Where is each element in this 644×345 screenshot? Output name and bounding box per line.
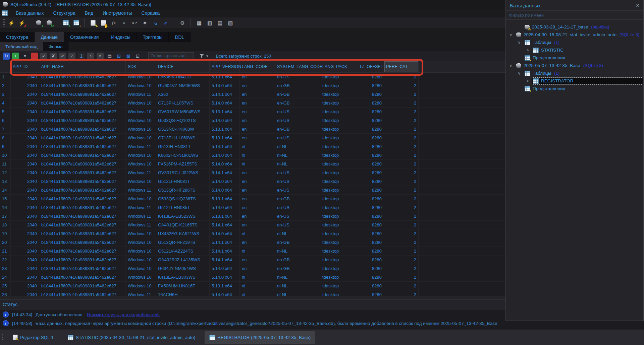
chevron-down-icon[interactable]: ∨ (517, 71, 522, 76)
table-row[interactable]: 182040b18441a1ff607e10a989891a5462e627Wi… (0, 221, 505, 229)
cell-device[interactable]: GA402RJZ-L4135WS (156, 256, 210, 264)
mdi-cascade-icon[interactable]: ▧ (227, 19, 234, 26)
cell-sdk[interactable]: Windows 11 (126, 212, 156, 220)
cell-app_id[interactable]: 2040 (11, 99, 39, 107)
cell-lang_code[interactable]: nl (240, 290, 275, 296)
chevron-down-icon[interactable]: ∨ (508, 32, 513, 37)
cell-app_version[interactable]: 5.14.1 x64 (210, 247, 240, 255)
cell-system_lang_code[interactable]: nl-NL (275, 229, 320, 238)
cell-sdk[interactable]: Windows 10 (126, 81, 156, 90)
cell-system_lang_code[interactable]: en-GB (275, 264, 320, 273)
cell-app_hash[interactable]: b18441a1ff607e10a989891a5462e627 (39, 90, 126, 98)
cell-app_version[interactable]: 5.14.1 x64 (210, 168, 240, 177)
cell-app_hash[interactable]: b18441a1ff607e10a989891a5462e627 (39, 256, 126, 264)
close-icon[interactable]: × (636, 2, 639, 8)
cell-perf_cat[interactable]: 2 (384, 108, 419, 116)
cell-sdk[interactable]: Windows 11 (126, 221, 156, 229)
mdi-grid-icon[interactable]: ▦ (196, 19, 203, 26)
cell-perf_cat[interactable]: 2 (384, 186, 419, 194)
cell-lang_code[interactable]: en (240, 125, 275, 133)
mdi-tile-horizontal-icon[interactable]: ▤ (216, 19, 224, 26)
cell-sdk[interactable]: Windows 11 (126, 142, 156, 151)
row-number[interactable]: 13 (0, 177, 11, 186)
delete-row-icon[interactable]: − (31, 53, 38, 60)
row-number[interactable]: 12 (0, 168, 11, 177)
cell-app_hash[interactable]: b18441a1ff607e10a989891a5462e627 (39, 212, 126, 220)
cell-app_hash[interactable]: b18441a1ff607e10a989891a5462e627 (39, 73, 126, 81)
cell-perf_cat[interactable]: 2 (384, 168, 419, 177)
cell-lang_code[interactable]: en (240, 73, 275, 81)
commit-icon[interactable]: ✓ (40, 53, 47, 60)
cell-tz_offset[interactable]: 8280 (357, 238, 384, 247)
cell-tz_offset[interactable]: 8280 (357, 264, 384, 273)
add-row-icon[interactable]: + (12, 53, 19, 60)
cell-perf_cat[interactable]: 2 (384, 116, 419, 125)
tree-item-таблицы[interactable]: ∨Таблицы(1) (506, 69, 643, 77)
cell-app_id[interactable]: 2040 (11, 116, 39, 125)
cell-system_lang_code[interactable]: nl-NL (275, 247, 320, 255)
cell-tz_offset[interactable]: 8280 (357, 125, 384, 133)
cell-app_hash[interactable]: b18441a1ff607e10a989891a5462e627 (39, 290, 126, 296)
row-number[interactable]: 15 (0, 195, 11, 203)
header-device[interactable]: DEVICE (156, 61, 210, 72)
cell-app_hash[interactable]: b18441a1ff607e10a989891a5462e627 (39, 134, 126, 142)
table-row[interactable]: 232040b18441a1ff607e10a989891a5462e627Wi… (0, 264, 505, 273)
table-row[interactable]: 112040b18441a1ff607e10a989891a5462e627Wi… (0, 160, 505, 168)
first-row-icon[interactable]: « (59, 53, 66, 60)
cell-lang_code[interactable]: en (240, 195, 275, 203)
cell-sdk[interactable]: Windows 10 (126, 264, 156, 273)
cell-system_lang_code[interactable]: en-US (275, 203, 320, 212)
cell-system_lang_code[interactable]: nl-NL (275, 142, 320, 151)
cell-app_id[interactable]: 2040 (11, 160, 39, 168)
row-number[interactable]: 9 (0, 142, 11, 151)
header-tz_offset[interactable]: TZ_OFFSET (357, 61, 384, 72)
cell-sdk[interactable]: Windows 10 (126, 99, 156, 107)
horizontal-scrollbar[interactable] (0, 296, 505, 299)
cell-lang_pack[interactable]: tdesktop (320, 256, 357, 264)
cell-perf_cat[interactable]: 2 (384, 264, 419, 273)
cell-tz_offset[interactable]: 8280 (357, 177, 384, 186)
table-row[interactable]: 162040b18441a1ff607e10a989891a5462e627Wi… (0, 203, 505, 212)
table-row[interactable]: 32040b18441a1ff607e10a989891a5462e627Win… (0, 90, 505, 99)
cell-app_version[interactable]: 5.14.0 x64 (210, 229, 240, 238)
cell-system_lang_code[interactable]: nl-NL (275, 290, 320, 296)
cell-tz_offset[interactable]: 8280 (357, 203, 384, 212)
cell-system_lang_code[interactable]: nl-NL (275, 151, 320, 159)
cell-sdk[interactable]: Windows 10 (126, 151, 156, 159)
table-row[interactable]: 102040b18441a1ff607e10a989891a5462e627Wi… (0, 151, 505, 160)
cell-sdk[interactable]: Windows 11 (126, 290, 156, 296)
cell-system_lang_code[interactable]: en-US (275, 221, 320, 229)
cell-lang_code[interactable]: en (240, 221, 275, 229)
cell-lang_pack[interactable]: tdesktop (320, 221, 357, 229)
cell-lang_pack[interactable]: tdesktop (320, 151, 357, 159)
table-row[interactable]: 22040b18441a1ff607e10a989891a5462e627Win… (0, 81, 505, 90)
cell-device[interactable]: G513QR-HF219TS (156, 238, 210, 247)
cell-lang_code[interactable]: en (240, 186, 275, 194)
cell-tz_offset[interactable]: 8280 (357, 282, 384, 290)
cell-device[interactable]: X360 (156, 90, 210, 98)
cell-tz_offset[interactable]: 8280 (357, 151, 384, 159)
cell-app_version[interactable]: 5.13.1 x64 (210, 195, 240, 203)
bottom-tab[interactable]: REGISTRATOR (2025-05-07_13-42-35_Base) (205, 331, 315, 344)
cell-device[interactable]: UX482EG-KA521WS (156, 229, 210, 238)
tree-item-statistic[interactable]: >STATISTIC (506, 46, 643, 54)
collation-editor-icon[interactable]: a·z (131, 19, 138, 26)
cell-app_id[interactable]: 2040 (11, 273, 39, 281)
filter-table-icon[interactable]: ⊞ (115, 53, 122, 60)
cell-lang_pack[interactable]: tdesktop (320, 108, 357, 116)
cell-tz_offset[interactable]: 8280 (357, 160, 384, 168)
cell-sdk[interactable]: Windows 10 (126, 256, 156, 264)
cell-app_id[interactable]: 2040 (11, 221, 39, 229)
header-app_hash[interactable]: APP_HASH (39, 61, 126, 72)
table-row[interactable]: 62040b18441a1ff607e10a989891a5462e627Win… (0, 116, 505, 125)
row-number[interactable]: 16 (0, 203, 11, 212)
cell-app_version[interactable]: 5.14.0 x64 (210, 116, 240, 125)
cell-system_lang_code[interactable]: en-US (275, 73, 320, 81)
chevron-right-icon[interactable]: > (525, 79, 530, 83)
row-number[interactable]: 1 (0, 73, 11, 81)
menu-item[interactable]: Инструменты (98, 10, 137, 16)
cell-app_hash[interactable]: b18441a1ff607e10a989891a5462e627 (39, 142, 126, 151)
cell-device[interactable]: G512LI-HN081T (156, 177, 210, 186)
next-row-icon[interactable]: › (87, 53, 94, 60)
cell-device[interactable]: GV301RC-LJ022WS (156, 168, 210, 177)
